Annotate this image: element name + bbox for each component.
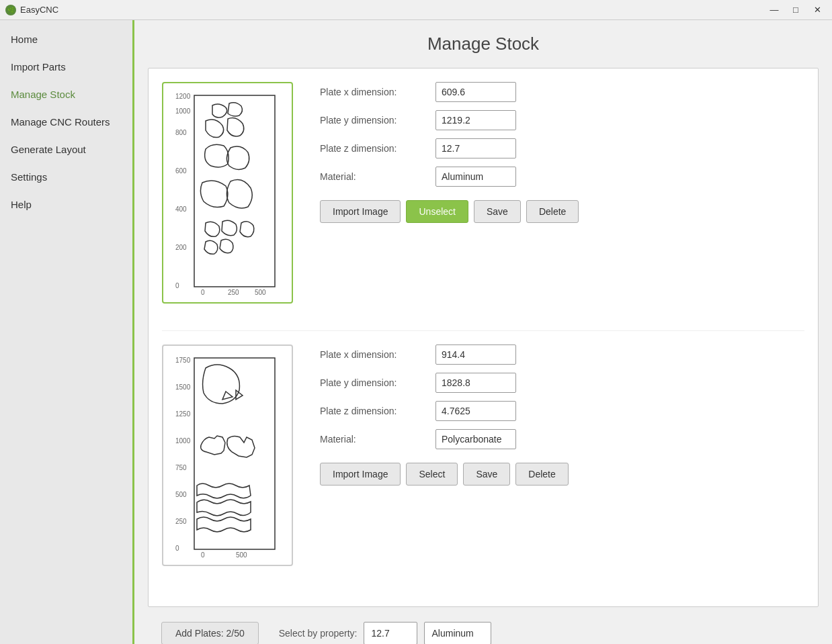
- titlebar-controls: — □ ✕: [765, 3, 827, 17]
- plot-container-1: 0 200 400 600 800 1000 1200 0 250 500: [162, 82, 293, 304]
- svg-text:0: 0: [175, 282, 179, 289]
- btn-row-1: Import Image Unselect Save Delete: [320, 200, 804, 223]
- plot-container-2: 0 250 500 750 1000 1250 1500 1750 0 500: [162, 344, 293, 566]
- main-panel: 0 200 400 600 800 1000 1200 0 250 500: [148, 68, 819, 607]
- select-button-2[interactable]: Select: [406, 463, 458, 486]
- prop-row-material-2: Material:: [320, 429, 804, 449]
- app-body: Home Import Parts Manage Stock Manage CN…: [0, 20, 832, 644]
- svg-text:250: 250: [175, 518, 187, 525]
- label-plate-z-1: Plate z dimension:: [320, 143, 427, 154]
- sidebar-item-settings[interactable]: Settings: [0, 163, 132, 191]
- sidebar-item-generate-layout[interactable]: Generate Layout: [0, 136, 132, 163]
- sidebar-item-manage-cnc[interactable]: Manage CNC Routers: [0, 108, 132, 136]
- svg-text:0: 0: [201, 289, 205, 296]
- prop-row-z-2: Plate z dimension:: [320, 401, 804, 421]
- svg-text:1250: 1250: [175, 410, 191, 418]
- svg-text:200: 200: [175, 244, 187, 251]
- svg-text:500: 500: [175, 491, 187, 498]
- input-plate-y-1[interactable]: [435, 110, 516, 130]
- sidebar-item-import-parts[interactable]: Import Parts: [0, 53, 132, 81]
- svg-text:400: 400: [175, 205, 187, 213]
- app-icon: 🌿: [5, 5, 16, 15]
- prop-row-material-1: Material:: [320, 167, 804, 187]
- svg-text:250: 250: [228, 289, 239, 296]
- prop-row-y-1: Plate y dimension:: [320, 110, 804, 130]
- input-material-1[interactable]: [435, 167, 516, 187]
- app-title: EasyCNC: [20, 5, 58, 15]
- svg-text:600: 600: [175, 167, 187, 175]
- bottom-bar: Add Plates: 2/50 Select by property:: [148, 615, 819, 644]
- maximize-button[interactable]: □: [786, 3, 805, 17]
- close-button[interactable]: ✕: [808, 3, 827, 17]
- btn-row-2: Import Image Select Save Delete: [320, 463, 804, 486]
- label-plate-y-2: Plate y dimension:: [320, 377, 427, 388]
- select-property-section: Select by property:: [279, 622, 492, 644]
- import-image-button-1[interactable]: Import Image: [320, 200, 401, 223]
- delete-button-2[interactable]: Delete: [515, 463, 568, 486]
- prop-row-z-1: Plate z dimension:: [320, 138, 804, 158]
- import-image-button-2[interactable]: Import Image: [320, 463, 401, 486]
- delete-button-1[interactable]: Delete: [526, 200, 579, 223]
- plot-svg-1: 0 200 400 600 800 1000 1200 0 250 500: [169, 89, 286, 297]
- svg-text:1200: 1200: [175, 93, 191, 100]
- sidebar-item-home[interactable]: Home: [0, 26, 132, 53]
- input-material-2[interactable]: [435, 429, 516, 449]
- property-material-input[interactable]: [424, 622, 491, 644]
- property-value-input[interactable]: [364, 622, 417, 644]
- svg-text:1000: 1000: [175, 437, 191, 445]
- svg-text:1000: 1000: [175, 107, 191, 115]
- input-plate-x-1[interactable]: [435, 82, 516, 102]
- input-plate-y-2[interactable]: [435, 373, 516, 393]
- unselect-button-1[interactable]: Unselect: [406, 200, 468, 223]
- label-material-1: Material:: [320, 171, 427, 182]
- stock-item-2: 0 250 500 750 1000 1250 1500 1750 0 500: [162, 330, 804, 580]
- add-plates-label: Add Plates: 2/50: [161, 622, 259, 644]
- input-plate-z-2[interactable]: [435, 401, 516, 421]
- content-area: Manage Stock 0 200 400 600 800 1000 1200: [134, 20, 832, 644]
- properties-2: Plate x dimension: Plate y dimension: Pl…: [320, 344, 804, 486]
- label-plate-z-2: Plate z dimension:: [320, 406, 427, 416]
- prop-row-x-1: Plate x dimension:: [320, 82, 804, 102]
- svg-text:500: 500: [236, 551, 247, 559]
- svg-text:1500: 1500: [175, 383, 191, 391]
- plot-svg-2: 0 250 500 750 1000 1250 1500 1750 0 500: [169, 351, 286, 559]
- label-plate-y-1: Plate y dimension:: [320, 115, 427, 126]
- svg-text:800: 800: [175, 129, 187, 136]
- properties-1: Plate x dimension: Plate y dimension: Pl…: [320, 82, 804, 223]
- prop-row-y-2: Plate y dimension:: [320, 373, 804, 393]
- sidebar-item-help[interactable]: Help: [0, 191, 132, 218]
- label-plate-x-2: Plate x dimension:: [320, 349, 427, 360]
- prop-row-x-2: Plate x dimension:: [320, 344, 804, 365]
- sidebar-item-manage-stock[interactable]: Manage Stock: [0, 81, 132, 108]
- svg-text:0: 0: [175, 545, 179, 552]
- svg-text:500: 500: [255, 289, 266, 296]
- input-plate-x-2[interactable]: [435, 344, 516, 365]
- svg-text:750: 750: [175, 464, 187, 471]
- minimize-button[interactable]: —: [765, 3, 784, 17]
- svg-text:1750: 1750: [175, 357, 191, 364]
- save-button-1[interactable]: Save: [474, 200, 521, 223]
- save-button-2[interactable]: Save: [463, 463, 510, 486]
- titlebar-left: 🌿 EasyCNC: [5, 5, 58, 15]
- label-material-2: Material:: [320, 434, 427, 445]
- svg-rect-10: [194, 95, 275, 287]
- label-plate-x-1: Plate x dimension:: [320, 87, 427, 97]
- svg-text:0: 0: [201, 551, 205, 559]
- select-by-property-label: Select by property:: [279, 628, 358, 639]
- stock-item-1: 0 200 400 600 800 1000 1200 0 250 500: [162, 82, 804, 317]
- input-plate-z-1[interactable]: [435, 138, 516, 158]
- page-title: Manage Stock: [148, 34, 819, 54]
- sidebar: Home Import Parts Manage Stock Manage CN…: [0, 20, 134, 644]
- titlebar: 🌿 EasyCNC — □ ✕: [0, 0, 832, 20]
